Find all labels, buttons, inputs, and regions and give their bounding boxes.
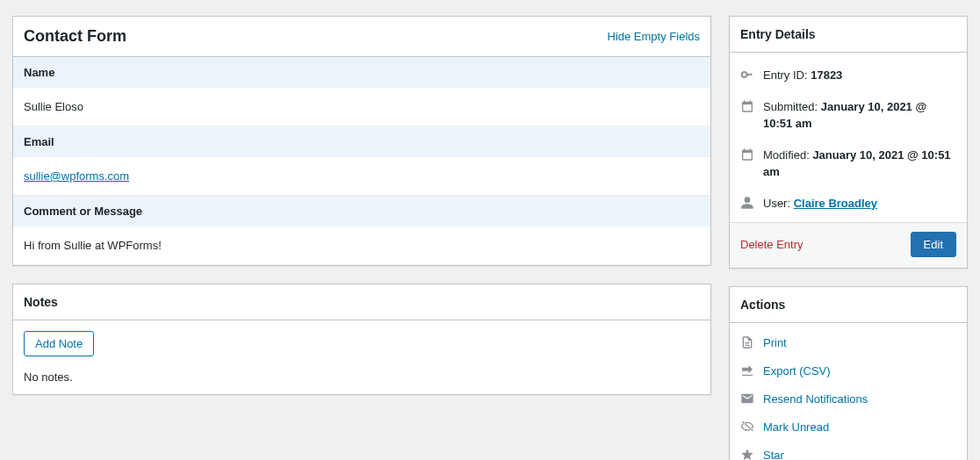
submitted-row: Submitted: January 10, 2021 @ 10:51 am [740, 91, 956, 140]
action-resend: Resend Notifications [740, 385, 956, 413]
entry-details-header: Entry Details [730, 17, 967, 53]
contact-form-title: Contact Form [24, 27, 126, 46]
field-email-link[interactable]: sullie@wpforms.com [24, 169, 129, 183]
notes-header: Notes [13, 284, 710, 320]
field-comment-row: Comment or Message Hi from Sullie at WPF… [13, 196, 710, 265]
user-link[interactable]: Claire Broadley [794, 197, 877, 210]
action-unread: Mark Unread [740, 413, 956, 441]
submitted-label: Submitted: [763, 100, 821, 113]
modified-label: Modified: [763, 148, 812, 162]
field-email-label: Email [13, 126, 710, 157]
calendar-icon [740, 147, 754, 162]
action-export: Export (CSV) [740, 356, 956, 385]
eye-slash-icon [740, 420, 754, 434]
entry-id-label: Entry ID: [763, 68, 811, 82]
calendar-icon [740, 99, 754, 113]
user-label: User: [763, 197, 794, 210]
contact-form-header: Contact Form Hide Empty Fields [13, 17, 710, 57]
field-name-label: Name [13, 57, 710, 88]
hide-empty-fields-link[interactable]: Hide Empty Fields [608, 30, 700, 43]
entry-id-value: 17823 [811, 68, 842, 82]
resend-link[interactable]: Resend Notifications [763, 392, 868, 406]
star-icon [740, 448, 754, 460]
key-icon [740, 68, 754, 82]
modified-row: Modified: January 10, 2021 @ 10:51 am [740, 140, 956, 188]
edit-button[interactable]: Edit [911, 232, 956, 257]
delete-entry-link[interactable]: Delete Entry [740, 238, 803, 251]
field-comment-value: Hi from Sullie at WPForms! [13, 226, 710, 264]
action-star: Star [740, 441, 956, 460]
contact-form-box: Contact Form Hide Empty Fields Name Sull… [12, 16, 711, 266]
entry-details-box: Entry Details Entry ID: 17823 Submitted:… [729, 16, 968, 269]
export-link[interactable]: Export (CSV) [763, 364, 831, 377]
star-link[interactable]: Star [763, 449, 784, 461]
print-link[interactable]: Print [763, 336, 787, 349]
mail-icon [740, 392, 754, 406]
actions-box: Actions Print Export (CSV) Resend Notifi… [729, 286, 968, 460]
entry-details-title: Entry Details [740, 27, 816, 41]
actions-title: Actions [740, 298, 785, 312]
field-name-row: Name Sullie Eloso [13, 57, 710, 126]
user-icon [740, 196, 754, 210]
export-icon [740, 363, 754, 377]
action-print: Print [740, 328, 956, 356]
field-email-row: Email sullie@wpforms.com [13, 126, 710, 196]
entry-id-row: Entry ID: 17823 [740, 60, 956, 91]
user-row: User: Claire Broadley [740, 188, 956, 219]
mark-unread-link[interactable]: Mark Unread [763, 420, 829, 434]
notes-box: Notes Add Note No notes. [12, 284, 711, 395]
field-name-value: Sullie Eloso [13, 88, 710, 126]
notes-title: Notes [24, 295, 58, 309]
actions-header: Actions [730, 287, 967, 323]
field-comment-label: Comment or Message [13, 196, 710, 226]
no-notes-text: No notes. [24, 370, 700, 384]
document-icon [740, 335, 754, 349]
field-email-value: sullie@wpforms.com [13, 157, 710, 195]
add-note-button[interactable]: Add Note [24, 331, 94, 356]
